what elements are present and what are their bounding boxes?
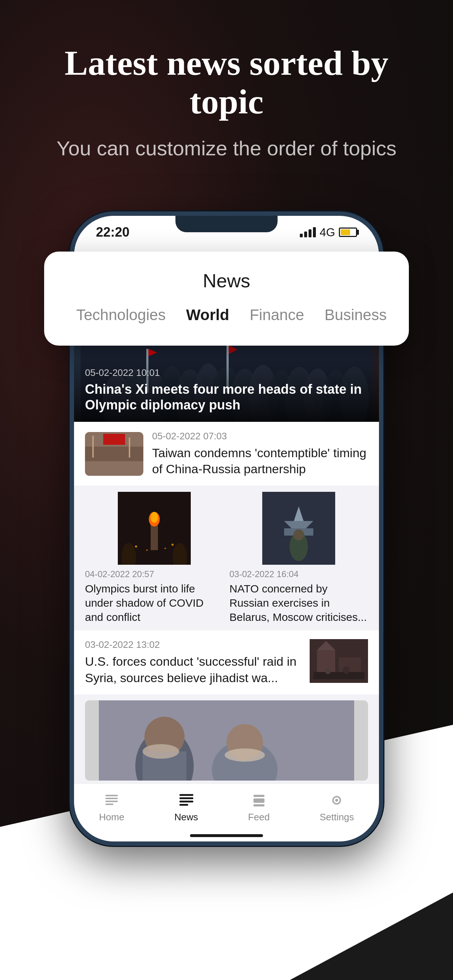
svg-point-45 [325,668,331,674]
nav-label-home: Home [99,811,124,823]
svg-rect-21 [92,436,94,458]
nav-item-settings[interactable]: Settings [319,791,354,823]
article-side-1[interactable]: 03-02-2022 13:02 U.S. forces conduct 'su… [74,630,379,694]
svg-rect-59 [179,794,193,796]
article-thumb-1 [85,432,144,476]
signal-bar-4 [313,227,316,237]
svg-rect-64 [254,799,265,803]
settings-icon [327,791,346,810]
home-indicator [190,834,263,837]
svg-rect-22 [103,434,125,445]
sub-title: You can customize the order of topics [29,135,424,162]
grid-article-1[interactable]: 04-02-2022 20:57 Olympics burst into lif… [85,492,223,624]
grid-time-1: 04-02-2022 20:57 [85,569,223,579]
notch [175,216,278,232]
svg-point-67 [335,799,338,802]
nav-item-feed[interactable]: Feed [248,791,270,823]
svg-rect-57 [105,800,118,802]
side-article-headline: U.S. forces conduct 'successful' raid in… [85,653,302,686]
header-section: Latest news sorted by topic You can cust… [0,44,453,162]
article-time-1: 05-02-2022 07:03 [152,431,368,442]
svg-rect-56 [105,798,118,799]
signal-bar-2 [304,232,307,237]
side-article-image [309,639,368,683]
side-img-svg [309,639,368,683]
svg-rect-55 [105,795,118,796]
nav-item-home[interactable]: Home [99,791,124,823]
svg-point-54 [225,748,265,762]
article-thumb-svg-1 [85,432,144,476]
featured-headline: China's Xi meets four more heads of stat… [85,381,368,413]
signal-bar-1 [300,234,303,237]
svg-rect-44 [313,672,364,679]
feed-icon [250,791,268,810]
phone-wrapper: News Technologies World Finance Business… [70,212,383,846]
tab-world[interactable]: World [176,302,239,328]
grid-img-svg-2 [230,492,368,565]
network-type: 4G [319,226,335,239]
svg-point-46 [343,667,350,674]
bottom-article[interactable] [85,700,368,781]
signal-bar-3 [309,229,311,237]
home-icon [102,791,121,810]
nav-label-news: News [174,811,198,823]
side-article-time: 03-02-2022 13:02 [85,639,302,651]
svg-rect-62 [179,804,188,806]
grid-article-img-1 [85,492,223,565]
svg-rect-58 [105,803,113,805]
bottom-article-svg [85,700,368,781]
side-article-info: 03-02-2022 13:02 U.S. forces conduct 'su… [85,639,302,686]
grid-headline-1: Olympics burst into life under shadow of… [85,582,223,624]
svg-point-53 [143,744,179,759]
status-bar: 22:20 4G [74,216,379,249]
svg-point-31 [171,544,174,546]
nav-label-settings: Settings [319,811,354,823]
featured-timestamp: 05-02-2022 10:01 [85,367,368,379]
nav-item-news[interactable]: News [174,791,198,823]
tab-business[interactable]: Business [314,302,387,328]
svg-point-33 [164,547,166,549]
battery-icon [339,228,357,237]
grid-headline-2: NATO concerned by Russian exercises in B… [230,582,368,624]
main-title: Latest news sorted by topic [29,44,424,121]
bottom-nav: Home News [74,783,379,842]
battery-fill [341,229,350,235]
news-icon [177,791,196,810]
grid-img-svg-1 [85,492,223,565]
status-right: 4G [300,226,357,239]
svg-rect-65 [254,804,265,807]
svg-rect-60 [179,797,193,799]
svg-point-39 [293,530,304,540]
article-headline-1: Taiwan condemns 'contemptible' timing of… [152,445,368,477]
article-info-1: 05-02-2022 07:03 Taiwan condemns 'contem… [152,431,368,477]
status-time: 22:20 [96,224,129,240]
svg-rect-23 [129,438,130,458]
grid-article-2[interactable]: 03-02-2022 16:04 NATO concerned by Russi… [230,492,368,624]
svg-rect-61 [179,800,193,802]
svg-point-27 [151,512,158,523]
grid-time-2: 03-02-2022 16:04 [230,569,368,579]
svg-rect-63 [254,795,265,797]
tab-finance[interactable]: Finance [239,302,314,328]
nav-label-feed: Feed [248,811,270,823]
article-row-1[interactable]: 05-02-2022 07:03 Taiwan condemns 'contem… [74,422,379,486]
svg-point-30 [135,546,137,547]
floating-card-tabs: Technologies World Finance Business S... [66,302,387,328]
featured-article-overlay: 05-02-2022 10:01 China's Xi meets four m… [74,360,379,422]
articles-grid: 04-02-2022 20:57 Olympics burst into lif… [74,486,379,630]
floating-card: News Technologies World Finance Business… [44,251,409,345]
tab-technologies[interactable]: Technologies [66,302,176,328]
signal-bars [300,227,316,237]
grid-article-img-2 [230,492,368,565]
svg-point-32 [146,549,148,551]
floating-card-title: News [66,270,387,292]
